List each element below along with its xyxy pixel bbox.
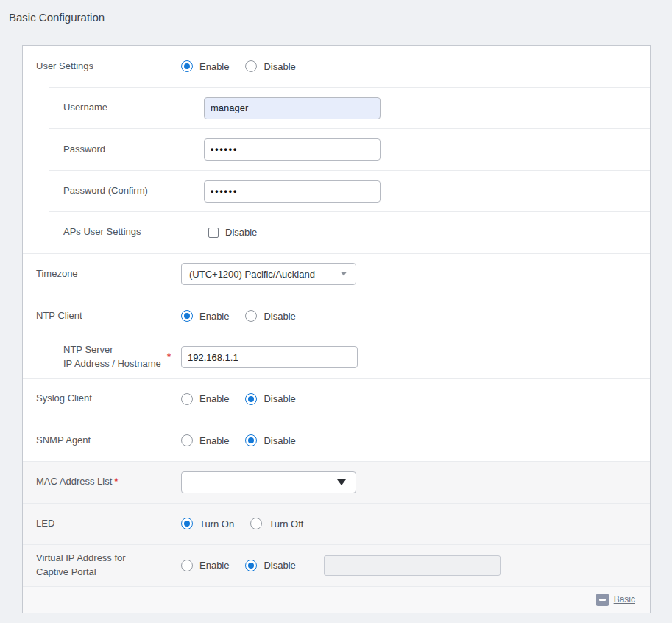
row-ntp-client: NTP Client Enable Disable bbox=[23, 295, 650, 337]
virtual-ip-input bbox=[324, 555, 501, 576]
virtual-ip-radio-group: Enable Disable bbox=[181, 555, 501, 576]
virtual-ip-enable-option[interactable]: Enable bbox=[181, 560, 229, 571]
radio-selected-icon[interactable] bbox=[181, 310, 193, 322]
user-settings-enable-option[interactable]: Enable bbox=[181, 60, 229, 72]
radio-unselected-icon[interactable] bbox=[250, 518, 262, 529]
radio-selected-icon[interactable] bbox=[181, 60, 193, 72]
checkbox-unchecked-icon[interactable] bbox=[208, 228, 219, 238]
ntp-client-enable-option[interactable]: Enable bbox=[181, 310, 229, 322]
timezone-label: Timezone bbox=[23, 267, 181, 281]
syslog-client-label: Syslog Client bbox=[23, 392, 181, 406]
username-input[interactable] bbox=[204, 97, 381, 119]
snmp-enable-option[interactable]: Enable bbox=[181, 434, 229, 446]
timezone-selected-value: (UTC+1200) Pacific/Auckland bbox=[189, 269, 315, 280]
led-label: LED bbox=[23, 517, 181, 531]
led-turn-on-option[interactable]: Turn On bbox=[181, 518, 234, 529]
row-password: Password bbox=[23, 129, 650, 171]
user-settings-radio-group: Enable Disable bbox=[181, 60, 296, 72]
led-turn-off-option[interactable]: Turn Off bbox=[250, 518, 303, 529]
mac-address-list-select[interactable] bbox=[181, 471, 356, 493]
password-confirm-input[interactable] bbox=[204, 180, 381, 203]
user-settings-label: User Settings bbox=[23, 60, 181, 74]
snmp-radio-group: Enable Disable bbox=[181, 434, 296, 446]
ntp-client-disable-option[interactable]: Disable bbox=[245, 310, 295, 322]
password-input[interactable] bbox=[204, 138, 381, 161]
user-settings-disable-option[interactable]: Disable bbox=[245, 60, 295, 72]
page-header: Basic Configuration bbox=[0, 0, 672, 24]
password-confirm-label: Password (Confirm) bbox=[23, 184, 204, 198]
radio-selected-icon[interactable] bbox=[245, 434, 257, 446]
ntp-server-label: NTP Server IP Address / Hostname * bbox=[23, 343, 181, 371]
radio-selected-icon[interactable] bbox=[245, 560, 257, 571]
radio-selected-icon[interactable] bbox=[245, 393, 257, 405]
required-asterisk: * bbox=[167, 351, 171, 365]
ntp-client-label: NTP Client bbox=[23, 309, 181, 323]
chevron-down-icon bbox=[341, 272, 347, 276]
panel-footer: Basic bbox=[23, 587, 650, 613]
radio-unselected-icon[interactable] bbox=[181, 393, 193, 405]
dropdown-arrow-icon bbox=[337, 479, 346, 485]
syslog-disable-option[interactable]: Disable bbox=[245, 393, 295, 405]
aps-user-settings-label: APs User Settings bbox=[23, 225, 204, 239]
snmp-disable-option[interactable]: Disable bbox=[245, 434, 295, 446]
radio-unselected-icon[interactable] bbox=[181, 434, 193, 446]
basic-configuration-panel: User Settings Enable Disable Username Pa… bbox=[22, 45, 651, 613]
username-label: Username bbox=[23, 101, 204, 115]
collapse-minus-icon[interactable] bbox=[596, 594, 609, 606]
row-ntp-server: NTP Server IP Address / Hostname * bbox=[23, 337, 650, 379]
aps-disable-checkbox-option[interactable]: Disable bbox=[204, 227, 257, 238]
row-syslog-client: Syslog Client Enable Disable bbox=[23, 379, 650, 420]
password-label: Password bbox=[23, 143, 204, 157]
led-radio-group: Turn On Turn Off bbox=[181, 518, 303, 529]
ntp-server-input[interactable] bbox=[181, 346, 358, 368]
radio-selected-icon[interactable] bbox=[181, 518, 193, 529]
timezone-select[interactable]: (UTC+1200) Pacific/Auckland bbox=[181, 263, 356, 285]
page-title: Basic Configuration bbox=[9, 11, 672, 24]
mac-address-list-label: MAC Address List* bbox=[23, 475, 181, 489]
header-divider bbox=[9, 32, 653, 32]
radio-unselected-icon[interactable] bbox=[245, 60, 257, 72]
basic-collapse-link[interactable]: Basic bbox=[614, 594, 635, 605]
radio-unselected-icon[interactable] bbox=[181, 560, 193, 571]
ntp-client-radio-group: Enable Disable bbox=[181, 310, 296, 322]
radio-unselected-icon[interactable] bbox=[245, 310, 257, 322]
snmp-agent-label: SNMP Agent bbox=[23, 434, 181, 448]
row-timezone: Timezone (UTC+1200) Pacific/Auckland bbox=[23, 254, 650, 296]
row-user-settings: User Settings Enable Disable bbox=[23, 46, 650, 88]
row-password-confirm: Password (Confirm) bbox=[23, 171, 650, 213]
syslog-enable-option[interactable]: Enable bbox=[181, 393, 229, 405]
row-led: LED Turn On Turn Off bbox=[23, 504, 650, 546]
row-virtual-ip: Virtual IP Address for Captive Portal En… bbox=[23, 545, 650, 587]
required-asterisk: * bbox=[114, 476, 118, 487]
virtual-ip-disable-option[interactable]: Disable bbox=[245, 560, 295, 571]
syslog-radio-group: Enable Disable bbox=[181, 393, 296, 405]
virtual-ip-label: Virtual IP Address for Captive Portal bbox=[23, 552, 181, 580]
row-snmp-agent: SNMP Agent Enable Disable bbox=[23, 420, 650, 462]
row-aps-user-settings: APs User Settings Disable bbox=[23, 212, 650, 254]
row-username: Username bbox=[23, 88, 650, 130]
row-mac-address-list: MAC Address List* bbox=[23, 462, 650, 504]
